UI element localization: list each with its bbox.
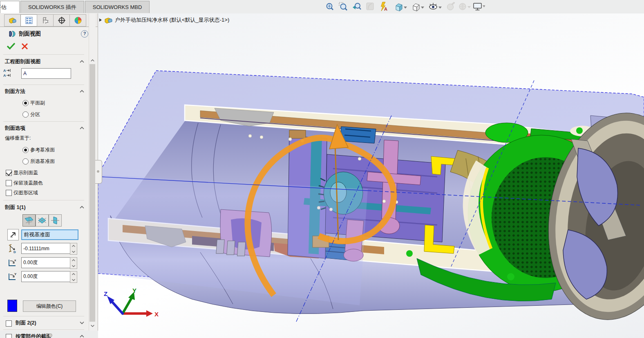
ribbon-tab-evaluate[interactable]: 评估 [0,1,20,13]
checkbox-graphics-area-only-label[interactable]: 仅图形区域 [13,189,38,196]
x-rotation-input[interactable]: 0.00度 [21,257,74,268]
display-manager-icon [74,16,82,24]
checkbox-keep-cap-color[interactable] [6,180,12,186]
section-view-property-page: 剖面视图 ? 工程图剖面视图 A A A 剖面方法 平面副 分区 [0,27,88,331]
reverse-direction-button[interactable] [7,229,19,240]
graphics-area[interactable]: X Y Z 户外手动加压纯净水杯 (默认<默认_显示状态-1>) [98,13,644,338]
collapse-chevron-icon[interactable] [79,89,85,93]
section-plane-xz-button[interactable] [36,214,49,227]
offset-distance-icon: D [8,244,18,255]
radio-selected-plane[interactable] [22,158,29,165]
chevron-down-icon[interactable] [467,6,471,8]
model-scene[interactable]: X Y Z [98,13,644,338]
reference-plane-field[interactable]: 前视基准面 [21,229,78,240]
tab-dimxpert-manager[interactable] [53,14,70,27]
zoom-to-area-icon[interactable] [339,2,347,10]
collapse-chevron-icon[interactable] [79,334,85,338]
ribbon-tab-solidworks-mbd[interactable]: SOLIDWORKS MBD [85,1,150,13]
property-manager-icon [25,16,33,24]
spinner-down-icon[interactable] [72,278,76,281]
sectioned-model[interactable] [98,103,644,329]
tab-display-manager[interactable] [69,14,86,27]
collapse-chevron-icon[interactable] [79,205,85,209]
edit-color-button[interactable]: 编辑颜色(C) [23,300,76,312]
cancel-button[interactable] [21,43,28,51]
collapse-chevron-icon[interactable] [79,126,85,130]
section-label-input[interactable]: A [21,68,71,79]
view-settings-icon[interactable] [474,3,485,10]
group-header-section2[interactable]: 剖面 2(2) [16,320,36,327]
group-header-section1[interactable]: 剖面 1(1) [5,204,26,211]
collapse-chevron-icon[interactable] [79,60,85,63]
section-plane-yz-button[interactable] [49,214,62,227]
group-header-drawing-section-view[interactable]: 工程图剖面视图 [5,58,41,65]
group-header-section-options[interactable]: 剖面选项 [5,125,25,132]
radio-zonal[interactable] [22,111,29,118]
apply-scene-icon[interactable] [459,3,471,10]
radio-zonal-label[interactable]: 分区 [30,111,40,118]
tab-property-manager[interactable] [20,14,37,27]
panel-scrollbar[interactable] [89,13,96,331]
radio-planar-label[interactable]: 平面副 [30,100,45,107]
checkbox-show-section-cap-label[interactable]: 显示剖面盖 [13,169,38,176]
chevron-down-icon[interactable] [438,7,442,9]
help-icon[interactable]: ? [81,30,88,38]
tab-feature-manager[interactable] [4,14,21,27]
svg-text:Y: Y [14,272,17,276]
tab-configuration-manager[interactable] [37,14,54,27]
flyout-tree-arrow-icon[interactable] [99,18,102,22]
section-plane-xy-button[interactable] [22,214,36,227]
ribbon-tab-solidworks-addins[interactable]: SOLIDWORKS 插件 [20,1,84,13]
group-header-section-method[interactable]: 剖面方法 [5,88,25,95]
radio-reference-plane[interactable] [22,147,29,153]
edit-appearance-icon[interactable] [447,2,455,10]
scrollbar-down-button[interactable] [89,322,96,329]
document-title[interactable]: 户外手动加压纯净水杯 (默认<默认_显示状态-1>) [115,16,229,24]
y-rotation-spinner[interactable] [70,271,77,283]
spinner-up-icon[interactable] [72,245,76,247]
section-view-icon[interactable] [367,3,373,10]
chevron-down-icon[interactable] [483,5,485,7]
zoom-to-fit-icon[interactable] [327,4,333,10]
checkbox-section-by-component[interactable] [6,334,12,338]
ribbon-tab-bar: 评估 SOLIDWORKS 插件 SOLIDWORKS MBD [0,1,150,13]
heads-up-view-toolbar: A [325,1,485,14]
spinner-up-icon[interactable] [72,259,76,262]
expand-chevron-icon[interactable] [79,321,85,325]
group-header-section-by-component[interactable]: 按零部件的截面 [16,333,51,338]
svg-text:A: A [3,73,6,78]
y-rotation-icon: Y [8,272,18,283]
radio-reference-plane-label[interactable]: 参考基准面 [30,147,55,153]
checkbox-section2[interactable] [6,320,12,327]
panel-collapse-handle[interactable] [95,160,102,184]
offset-distance-input[interactable]: -0.11111mm [21,243,74,254]
view-orientation-icon[interactable] [396,4,407,11]
display-style-icon[interactable] [413,4,424,11]
x-rotation-spinner[interactable] [70,257,77,269]
ribbon-tab-label: 评估 [0,1,7,13]
ok-button[interactable] [7,42,16,51]
section-label-value: A [23,71,27,76]
section-color-swatch[interactable] [7,300,17,312]
hide-show-items-icon[interactable] [429,3,442,9]
radio-selected-plane-label[interactable]: 所选基准面 [30,158,55,165]
scrollbar-thumb[interactable] [89,64,95,322]
chevron-down-icon[interactable] [421,7,424,9]
checkbox-show-section-cap[interactable] [6,170,12,176]
dimxpert-icon [58,16,66,24]
previous-view-icon[interactable] [353,3,361,9]
y-rotation-input[interactable]: 0.00度 [21,271,74,282]
scrollbar-up-button[interactable] [89,57,96,64]
offset-distance-spinner[interactable] [70,243,77,255]
configuration-manager-icon [41,16,49,24]
dynamic-annotation-views-icon[interactable]: A [381,2,388,11]
checkbox-graphics-area-only[interactable] [6,190,12,196]
panel-resize-handle[interactable] [49,334,52,337]
edit-color-label: 编辑颜色(C) [36,303,63,310]
spinner-down-icon[interactable] [72,250,76,253]
radio-planar[interactable] [22,100,29,106]
spinner-up-icon[interactable] [72,273,76,276]
checkbox-keep-cap-color-label[interactable]: 保留顶盖颜色 [13,180,43,187]
spinner-down-icon[interactable] [72,265,76,267]
chevron-down-icon[interactable] [404,7,407,9]
